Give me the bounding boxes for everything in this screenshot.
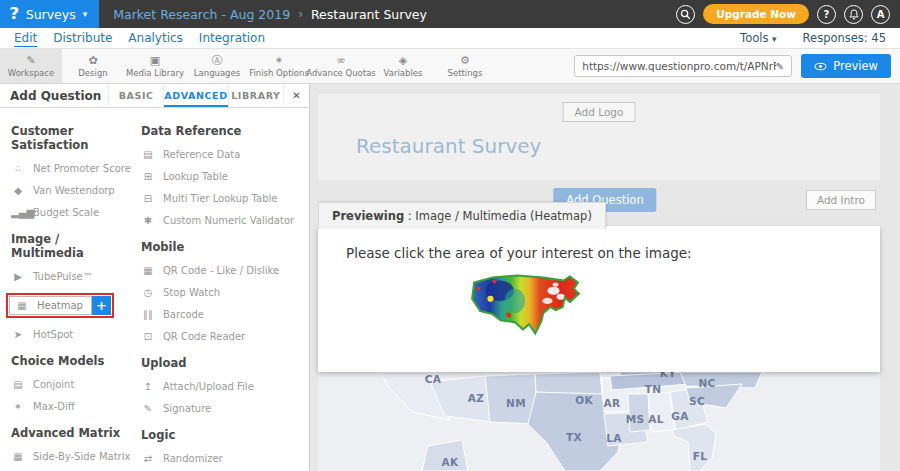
lookup-table-icon: ⊞ [141, 171, 155, 182]
survey-url-text: https://www.questionpro.com/t/APNrFZ [582, 60, 776, 72]
sidebar-item-label: HotSpot [33, 329, 73, 340]
sidebar-item-max-diff[interactable]: ✶Max-Diff [11, 401, 133, 412]
section-heading: Mobile [141, 240, 309, 254]
toolbar-item-label: Variables [384, 68, 423, 78]
upgrade-now-button[interactable]: Upgrade Now [703, 4, 809, 24]
sidebar-item-heatmap[interactable]: ▦Heatmap [9, 296, 92, 315]
matrix-icon: ▦ [11, 451, 25, 462]
breadcrumb-folder-link[interactable]: Market Research - Aug 2019 [113, 7, 290, 22]
toolbar-right: https://www.questionpro.com/t/APNrFZ ✎ P… [574, 49, 900, 83]
toolbar-item-settings[interactable]: ⚙Settings [434, 49, 496, 83]
sidebar-item-label: Conjoint [33, 379, 74, 390]
section-upload: Upload↥Attach/Upload File✎Signature [141, 356, 309, 414]
question-type-lists: Customer Satisfaction∴Net Promoter Score… [0, 108, 309, 471]
add-heatmap-question-button[interactable]: + [92, 296, 111, 315]
sidebar-item-attach-upload-file[interactable]: ↥Attach/Upload File [141, 381, 309, 392]
sidebar-item-multi-tier-lookup-table[interactable]: ⊟Multi Tier Lookup Table [141, 193, 309, 204]
sidebar-item-conjoint[interactable]: ▤Conjoint [11, 379, 133, 390]
toolbar-item-variables[interactable]: ◈Variables [372, 49, 434, 83]
sidebar-item-reference-data[interactable]: ▤Reference Data [141, 149, 309, 160]
heatmap-image-icon: ▦ [15, 300, 29, 311]
notifications-button[interactable] [844, 5, 863, 24]
toolbar-item-label: Languages [194, 68, 240, 78]
add-intro-button[interactable]: Add Intro [806, 190, 876, 210]
toolbar-item-finish-options[interactable]: ✴Finish Options [248, 49, 310, 83]
breadcrumb: Market Research - Aug 2019 › Restaurant … [113, 7, 427, 22]
media-library-icon: ▣ [150, 55, 160, 67]
survey-url-field[interactable]: https://www.questionpro.com/t/APNrFZ ✎ [574, 55, 792, 77]
sidebar-item-tubepulse[interactable]: ▶TubePulse™ [11, 271, 133, 282]
toolbar-item-advance-quotas[interactable]: ∞Advance Quotas [310, 49, 372, 83]
tab-basic[interactable]: BASIC [108, 84, 163, 107]
surveys-menu[interactable]: ? Surveys ▾ [0, 0, 99, 28]
state-label-la: LA [606, 432, 621, 444]
section-advanced-matrix: Advanced Matrix▦Side-By-Side Matrix▥Comp… [11, 426, 133, 471]
state-label-ga: GA [671, 410, 688, 422]
toolbar-item-design[interactable]: ✿Design [62, 49, 124, 83]
toolbar-item-media-library[interactable]: ▣Media Library [124, 49, 186, 83]
sidebar-item-van-westendorp[interactable]: ◆Van Westendorp [11, 185, 133, 196]
previewing-separator: : [404, 209, 415, 223]
tab-library[interactable]: LIBRARY [228, 84, 283, 107]
responses-count[interactable]: Responses: 45 [803, 31, 886, 45]
close-icon[interactable]: ✕ [283, 84, 309, 107]
sidebar-item-net-promoter-score[interactable]: ∴Net Promoter Score [11, 163, 133, 174]
section-heading: Upload [141, 356, 309, 370]
app-window: ? Surveys ▾ Market Research - Aug 2019 ›… [0, 0, 900, 471]
preview-button[interactable]: Preview [801, 54, 891, 78]
survey-editor-canvas: Add Logo Restaurant Survey Add Question … [310, 84, 900, 471]
multi-tier-icon: ⊟ [141, 193, 155, 204]
avatar[interactable]: A [871, 5, 890, 24]
us-heatmap-image[interactable] [464, 268, 582, 348]
sidebar-item-hotspot[interactable]: ➤HotSpot [11, 329, 133, 340]
add-question-header: Add Question BASIC ADVANCED LIBRARY ✕ [0, 84, 309, 108]
tab-integration[interactable]: Integration [199, 31, 265, 45]
sidebar-item-stop-watch[interactable]: ◷Stop Watch [141, 287, 309, 298]
help-button[interactable]: ? [817, 5, 836, 24]
search-button[interactable] [676, 5, 695, 24]
settings-icon: ⚙ [460, 55, 470, 67]
nav-right: Tools ▾ Responses: 45 [740, 31, 900, 45]
numeric-validator-icon: ✱ [141, 215, 155, 226]
workspace-toolbar: ✎Workspace✿Design▣Media LibraryⒶLanguage… [0, 49, 900, 84]
state-label-ar: AR [604, 397, 621, 409]
tab-advanced[interactable]: ADVANCED [163, 84, 227, 107]
toolbar-items: ✎Workspace✿Design▣Media LibraryⒶLanguage… [0, 49, 496, 83]
tab-analytics[interactable]: Analytics [128, 31, 183, 45]
survey-nav: Edit Distribute Analytics Integration To… [0, 28, 900, 49]
sidebar-item-budget-scale[interactable]: ▂▄▆Budget Scale [11, 207, 133, 218]
sidebar-item-randomizer[interactable]: ⇄Randomizer [141, 453, 309, 464]
sidebar-item-lookup-table[interactable]: ⊞Lookup Table [141, 171, 309, 182]
section-heading: Choice Models [11, 354, 133, 368]
nps-scale-icon: ∴ [11, 163, 25, 174]
sidebar-item-qr-code-like-dislike[interactable]: ▦QR Code - Like / Dislike [141, 265, 309, 276]
bell-icon [849, 9, 859, 20]
tab-distribute[interactable]: Distribute [53, 31, 112, 45]
design-icon: ✿ [88, 55, 97, 67]
sidebar-item-label: Barcode [163, 309, 204, 320]
toolbar-item-workspace[interactable]: ✎Workspace [0, 49, 62, 83]
sidebar-item-signature[interactable]: ✎Signature [141, 403, 309, 414]
sidebar-item-custom-numeric-validator[interactable]: ✱Custom Numeric Validator [141, 215, 309, 226]
sidebar-item-label: Custom Numeric Validator [163, 215, 294, 226]
stopwatch-icon: ◷ [141, 287, 155, 298]
tools-menu[interactable]: Tools ▾ [740, 31, 777, 45]
sidebar-item-side-by-side-matrix[interactable]: ▦Side-By-Side Matrix [11, 451, 133, 462]
state-label-ak: AK [442, 456, 459, 468]
sidebar-item-label: Budget Scale [33, 207, 99, 218]
breadcrumb-separator: › [298, 7, 303, 21]
state-label-ok: OK [575, 394, 593, 406]
heatmap-highlight-annotation: ▦Heatmap+ [6, 293, 114, 318]
toolbar-item-languages[interactable]: ⒶLanguages [186, 49, 248, 83]
question-types-column-1: Customer Satisfaction∴Net Promoter Score… [11, 110, 133, 471]
sidebar-item-label: QR Code - Like / Dislike [163, 265, 279, 276]
sidebar-item-qr-code-reader[interactable]: ⊡QR Code Reader [141, 331, 309, 342]
topbar-actions: Upgrade Now ? A [676, 4, 900, 24]
tab-edit[interactable]: Edit [14, 31, 37, 45]
add-logo-button[interactable]: Add Logo [563, 102, 636, 122]
reference-data-icon: ▤ [141, 149, 155, 160]
edit-url-icon[interactable]: ✎ [776, 61, 784, 72]
sidebar-item-barcode[interactable]: ∥∥Barcode [141, 309, 309, 320]
sidebar-item-label: Reference Data [163, 149, 240, 160]
survey-title[interactable]: Restaurant Survey [356, 134, 541, 158]
